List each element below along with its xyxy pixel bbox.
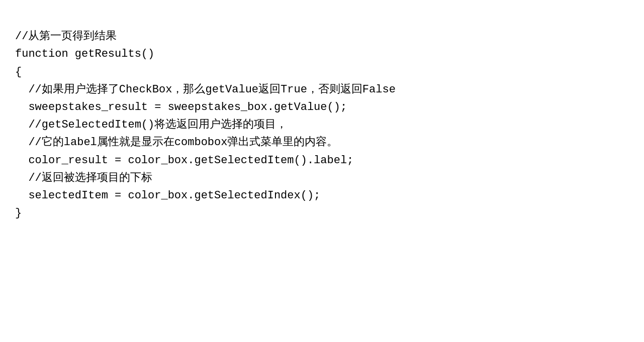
- selected-item: selectedItem = color_box.getSelectedInde…: [15, 187, 629, 204]
- comment-checkbox: //如果用户选择了CheckBox，那么getValue返回True，否则返回F…: [15, 81, 629, 98]
- close-brace: }: [15, 204, 629, 222]
- comment-getselecteditem2: //它的label属性就是显示在combobox弹出式菜单里的内容。: [15, 134, 629, 151]
- comment-getselecteditem1: //getSelectedItem()将选返回用户选择的项目，: [15, 116, 629, 134]
- comment-heading: //从第一页得到结果: [15, 28, 629, 45]
- function-decl: function getResults(): [15, 45, 629, 63]
- open-brace: {: [15, 63, 629, 81]
- code-block: //从第一页得到结果function getResults(){ //如果用户选…: [15, 10, 629, 222]
- sweepstakes-result: sweepstakes_result = sweepstakes_box.get…: [15, 98, 629, 116]
- comment-index: //返回被选择项目的下标: [15, 169, 629, 187]
- color-result: color_result = color_box.getSelectedItem…: [15, 152, 629, 169]
